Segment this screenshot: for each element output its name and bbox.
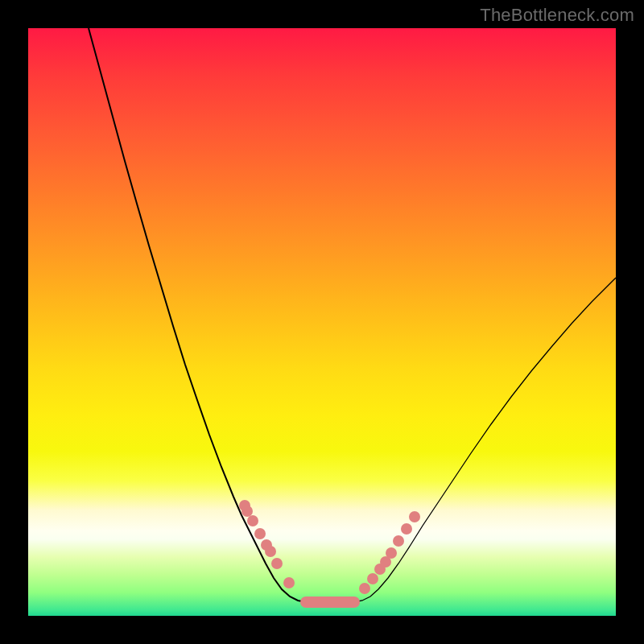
data-point [401,523,412,535]
data-point [359,583,370,594]
left-curve [89,28,306,602]
watermark-text: TheBottleneck.com [480,5,634,26]
data-point [409,511,420,522]
dots-left-group [239,500,295,588]
data-point [283,577,295,588]
dots-right-group [359,511,420,594]
plot-area [28,28,616,616]
data-point [271,558,283,569]
data-point [386,547,397,559]
data-point [247,515,258,526]
figure-container: TheBottleneck.com [0,0,644,644]
data-point [254,528,266,539]
data-point [367,573,378,584]
data-point [393,535,404,547]
chart-svg [28,28,616,616]
data-point [265,546,276,557]
data-point [242,506,253,517]
